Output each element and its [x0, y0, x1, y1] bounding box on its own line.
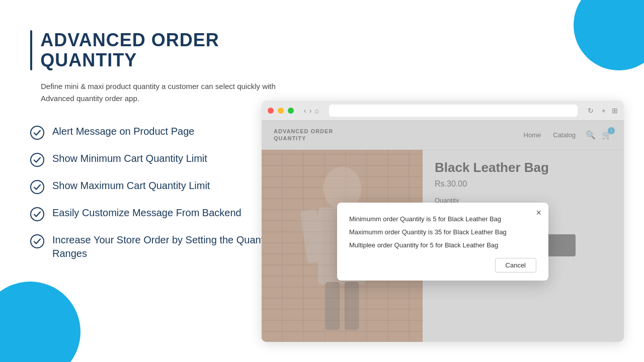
feature-text-3: Show Maximum Cart Quantity Limit	[52, 179, 210, 193]
modal-box: × Minimumm order Quantity is 5 for Black…	[337, 203, 548, 281]
grid-icon[interactable]: ⊞	[612, 107, 618, 115]
browser-dot-green[interactable]	[288, 108, 294, 114]
svg-point-1	[31, 153, 44, 166]
modal-overlay: × Minimumm order Quantity is 5 for Black…	[262, 121, 624, 342]
feature-item-4: Easily Customize Message From Backend	[30, 206, 282, 221]
feature-text-1: Alert Message on Product Page	[52, 125, 194, 138]
deco-circle-bottom-left	[0, 282, 80, 362]
home-icon[interactable]: ⌂	[314, 107, 318, 115]
browser-content: ADVANCED ORDER QUANTITY Home Catalog 🔍 🛒…	[262, 121, 624, 342]
title-border-accent	[30, 30, 32, 70]
modal-message: Minimumm order Quantity is 5 for Black L…	[349, 213, 536, 252]
modal-footer: Cancel	[349, 258, 536, 273]
refresh-icon[interactable]: ↻	[588, 107, 594, 115]
left-section: ADVANCED ORDER QUANTITY Define mini & ma…	[30, 30, 282, 260]
feature-text-4: Easily Customize Message From Backend	[52, 206, 242, 220]
browser-toolbar: ‹ › ⌂ ↻ + ⊞	[262, 101, 624, 121]
browser-dot-yellow[interactable]	[278, 108, 284, 114]
back-arrow-icon[interactable]: ‹	[304, 107, 306, 115]
svg-point-3	[31, 208, 44, 221]
deco-circle-top-right	[574, 0, 644, 70]
browser-url-bar[interactable]	[329, 105, 578, 117]
modal-message-line1: Minimumm order Quantity is 5 for Black L…	[349, 213, 536, 226]
subtitle: Define mini & maxi product quantity a cu…	[41, 80, 282, 105]
modal-cancel-button[interactable]: Cancel	[495, 258, 536, 273]
feature-text-5: Increase Your Store Order by Setting the…	[52, 233, 282, 260]
check-circle-icon-4	[30, 207, 44, 221]
check-circle-icon-1	[30, 126, 44, 140]
svg-point-0	[31, 126, 44, 139]
feature-item-5: Increase Your Store Order by Setting the…	[30, 233, 282, 260]
check-circle-icon-5	[30, 234, 44, 248]
check-circle-icon-2	[30, 153, 44, 167]
new-tab-icon[interactable]: +	[602, 107, 606, 115]
check-circle-icon-3	[30, 180, 44, 194]
title-bar: ADVANCED ORDER QUANTITY	[30, 30, 282, 70]
browser-nav: ‹ › ⌂	[304, 107, 319, 115]
features-list: Alert Message on Product Page Show Minim…	[30, 125, 282, 260]
svg-point-2	[31, 180, 44, 194]
feature-item-3: Show Maximum Cart Quantity Limit	[30, 179, 282, 194]
browser-dot-red[interactable]	[268, 108, 274, 114]
svg-point-4	[31, 235, 44, 248]
main-title: ADVANCED ORDER QUANTITY	[40, 30, 282, 70]
modal-message-line2: Maximumm order Quantity is 35 for Black …	[349, 226, 536, 239]
browser-mockup: ‹ › ⌂ ↻ + ⊞ ADVANCED ORDER QUANTITY Home…	[262, 101, 624, 342]
feature-text-2: Show Minimum Cart Quantity Limit	[52, 152, 207, 165]
feature-item-2: Show Minimum Cart Quantity Limit	[30, 152, 282, 167]
modal-close-button[interactable]: ×	[536, 208, 541, 218]
feature-item-1: Alert Message on Product Page	[30, 125, 282, 140]
modal-message-line3: Multiplee order Quantity for 5 for Black…	[349, 239, 536, 252]
forward-arrow-icon[interactable]: ›	[309, 107, 312, 115]
